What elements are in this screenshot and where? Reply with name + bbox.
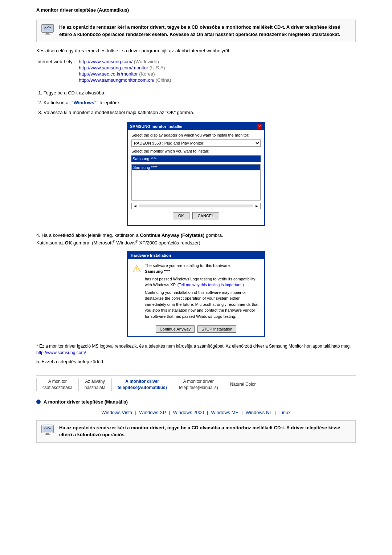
links-list: http://www.samsung.com/ (Worldwide) http…: [79, 59, 171, 83]
nav-item-csatlakoztatasa[interactable]: A monitorcsatlakoztatása: [36, 378, 79, 391]
samsung-installer-dialog: SAMSUNG monitor installer ✕ Select the d…: [127, 122, 265, 226]
os-link-vista[interactable]: Windows Vista: [98, 410, 135, 415]
dialog2-warning1: The software you are installing for this…: [145, 263, 260, 269]
dialog1-cancel-button[interactable]: CANCEL: [192, 212, 220, 219]
step5-text: 5. Ezzel a telepítés befejeződött.: [36, 359, 356, 364]
list-item: http://www.sec.co.kr/monitor (Korea): [79, 71, 171, 77]
section2-title: A monitor driver telepítése (Manuális): [44, 399, 128, 405]
monitor-icon-bottom: [40, 424, 55, 439]
step-3: Válassza ki a monitort a modell listából…: [44, 108, 356, 117]
svg-rect-2: [46, 32, 49, 34]
dialog1-product-header: Samsung ****: [131, 155, 261, 162]
section-title: A monitor driver telepítése (Automatikus…: [36, 7, 356, 15]
dialog1-ok-button[interactable]: OK: [173, 212, 189, 219]
dialog1-buttons: OK CANCEL: [131, 212, 261, 222]
bottom-intro-text: Ha az operációs rendszer kéri a monitor …: [59, 424, 352, 438]
link-suffix-china: (China): [156, 77, 171, 83]
svg-rect-3: [45, 34, 50, 35]
warning-icon: ⚠: [132, 263, 141, 320]
dialog2-content: The software you are installing for this…: [145, 263, 260, 320]
nav-item-allvany[interactable]: Az állványhasználata: [79, 378, 112, 391]
nav-item-automatikus[interactable]: A monitor drivertelepítése(Automatikus): [112, 378, 173, 391]
dialog1-body: Select the display adapter on which you …: [128, 130, 264, 225]
svg-rect-7: [45, 434, 50, 435]
internet-label: Internet web-hely :: [36, 59, 75, 64]
dialog2-warning2: has not passed Windows Logo testing to v…: [145, 276, 260, 288]
link-china[interactable]: http://www.samsungmonitor.com.cn/: [79, 77, 154, 83]
os-link-xp[interactable]: Windows XP: [136, 410, 169, 415]
dialog2-body: ⚠ The software you are installing for th…: [128, 259, 264, 323]
link-suffix-worldwide: (Worldwide): [134, 59, 159, 64]
os-link-2000[interactable]: Windows 2000: [170, 410, 207, 415]
step-1: Tegye be a CD-t az olvasóba.: [44, 89, 356, 97]
link-usa[interactable]: http://www.samsung.com/monitor: [79, 65, 148, 70]
dialog2-product: Samsung ****: [145, 268, 260, 275]
os-link-me[interactable]: Windows ME: [208, 410, 241, 415]
link-korea[interactable]: http://www.sec.co.kr/monitor: [79, 71, 138, 77]
intro-box: Ha az operációs rendszer kéri a monitor …: [36, 20, 356, 42]
link-suffix-korea: (Korea): [139, 71, 155, 77]
dialog1-label1: Select the display adapter on which you …: [131, 133, 261, 137]
hardware-installation-dialog: Hardware Installation ⚠ The software you…: [127, 251, 265, 337]
steps-list: Tegye be a CD-t az olvasóba. Kattintson …: [44, 89, 356, 117]
dialog1-label2: Select the monitor which you want to ins…: [131, 149, 261, 153]
step4-text: 4. Ha a következő ablak jelenik meg, kat…: [36, 232, 356, 247]
dialog2-warning3: Continuing your installation of this sof…: [145, 289, 260, 320]
nav-item-natural-color[interactable]: Natural Color: [224, 381, 262, 388]
dialog1-close-button[interactable]: ✕: [257, 124, 262, 129]
blue-dot-icon: [36, 400, 41, 404]
os-links: Windows Vista | Windows XP | Windows 200…: [36, 410, 356, 415]
list-item: http://www.samsungmonitor.com.cn/ (China…: [79, 77, 171, 83]
dialog2-titlebar: Hardware Installation: [128, 252, 264, 259]
monitor-icon: [40, 24, 55, 38]
note-text: * Ez a monitor driver igazoló MS logóval…: [36, 343, 356, 356]
dialog1-scrollbar: ◄ ►: [131, 203, 261, 209]
prepare-text: Készítsen elő egy üres lemezt és töltse …: [36, 47, 356, 54]
dialog1-titlebar: SAMSUNG monitor installer ✕: [128, 123, 264, 130]
list-item: http://www.samsung.com/monitor (U.S.A): [79, 65, 171, 70]
nav-item-manualis[interactable]: A monitor drivertelepítése(Manuális): [173, 378, 224, 391]
os-link-nt[interactable]: Windows NT: [243, 410, 275, 415]
link-suffix-usa: (U.S.A): [150, 65, 165, 70]
ok-label: OK: [65, 240, 72, 246]
os-link-linux[interactable]: Linux: [277, 410, 294, 415]
samsung-url-link[interactable]: http://www.samsung.com/: [36, 350, 86, 355]
dialog2-buttons: Continue Anyway STOP Installation: [128, 323, 264, 336]
dialog1-adapter-select[interactable]: RADEON 9550 : Plug and Play Monitor: [131, 139, 261, 147]
list-item: http://www.samsung.com/ (Worldwide): [79, 59, 171, 64]
continue-anyway-label: Continue Anyway (Folytatás): [140, 232, 204, 238]
dialog1-monitor-list[interactable]: Samsung ****: [131, 164, 261, 200]
nav-bar: A monitorcsatlakoztatása Az állványhaszn…: [36, 375, 356, 394]
link-worldwide[interactable]: http://www.samsung.com/: [79, 59, 132, 64]
svg-rect-6: [46, 433, 49, 434]
bottom-intro-box: Ha az operációs rendszer kéri a monitor …: [36, 420, 356, 443]
links-section: Internet web-hely : http://www.samsung.c…: [36, 59, 356, 83]
intro-text: Ha az operációs rendszer kéri a monitor …: [59, 24, 352, 38]
dialog1-list-item: Samsung ****: [132, 165, 260, 170]
dialog2-continue-button[interactable]: Continue Anyway: [156, 325, 195, 333]
dialog2-tell-me-link[interactable]: (Tell me why this testing is important.): [177, 283, 244, 287]
windows-label: "Windows": [72, 100, 97, 105]
step-2: Kattintson a „"Windows"" telepítőre.: [44, 98, 356, 107]
dialog2-stop-button[interactable]: STOP Installation: [197, 325, 236, 333]
section2-header: A monitor driver telepítése (Manuális): [36, 399, 356, 405]
dialog1-title: SAMSUNG monitor installer: [130, 124, 183, 129]
